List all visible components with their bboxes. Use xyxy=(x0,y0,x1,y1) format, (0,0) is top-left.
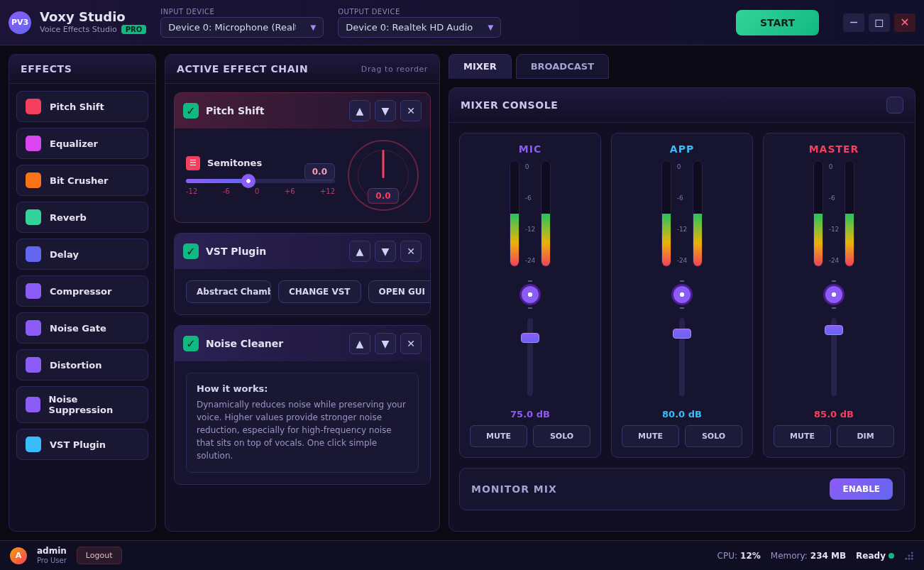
effect-card-title: Pitch Shift xyxy=(206,105,265,116)
effect-card-title: Noise Cleaner xyxy=(206,338,283,349)
effect-item[interactable]: Bit Crusher xyxy=(16,165,148,196)
mixer-header-label: MIXER CONSOLE xyxy=(461,99,558,111)
slider-thumb-icon[interactable] xyxy=(241,174,255,188)
effect-item[interactable]: Pitch Shift xyxy=(16,91,148,122)
effect-label: Noise Suppression xyxy=(49,394,139,415)
status-bar: A admin Pro User Logout CPU: 12% Memory:… xyxy=(0,540,924,570)
chain-body[interactable]: ✓ Pitch Shift ▲ ▼ ✕ ☰ Semitones xyxy=(165,84,439,493)
logout-button[interactable]: Logout xyxy=(77,547,122,564)
effect-item[interactable]: Compressor xyxy=(16,275,148,307)
move-down-button[interactable]: ▼ xyxy=(375,100,396,121)
vst-plugin-name[interactable]: Abstract Chamber xyxy=(186,280,271,303)
cpu-label: CPU: xyxy=(717,551,737,561)
svg-point-0 xyxy=(911,552,913,554)
pro-badge: PRO xyxy=(121,25,147,34)
output-device-value: Device 0: Realtek HD Audio 2nd output xyxy=(346,22,473,33)
tab-mixer[interactable]: MIXER xyxy=(449,54,512,79)
effect-item[interactable]: Reverb xyxy=(16,202,148,233)
effect-label: VST Plugin xyxy=(50,439,106,450)
user-name: admin xyxy=(37,547,67,556)
start-button[interactable]: START xyxy=(736,10,819,35)
pan-knob[interactable] xyxy=(823,284,845,305)
app-logo: PV3 xyxy=(9,11,31,34)
effect-card-noise-cleaner: ✓ Noise Cleaner ▲ ▼ ✕ How it works: Dyna… xyxy=(174,325,431,485)
solo-button[interactable]: SOLO xyxy=(685,425,742,447)
db-mark: -12 xyxy=(677,226,688,233)
effect-enable-toggle[interactable]: ✓ xyxy=(183,103,199,119)
gain-value: 75.0 dB xyxy=(510,409,550,420)
effect-label: Distortion xyxy=(50,360,101,371)
mute-button[interactable]: MUTE xyxy=(622,425,679,447)
gain-slider[interactable] xyxy=(831,318,837,396)
collapse-mixer-button[interactable] xyxy=(886,97,903,114)
effect-label: Reverb xyxy=(50,212,87,223)
chain-reorder-hint: Drag to reorder xyxy=(361,65,428,74)
slider-tick: +12 xyxy=(320,187,335,195)
pan-knob[interactable] xyxy=(671,284,693,305)
maximize-button[interactable]: ◻ xyxy=(869,13,890,32)
move-down-button[interactable]: ▼ xyxy=(375,241,396,262)
monitor-enable-button[interactable]: ENABLE xyxy=(830,478,893,500)
gain-thumb-icon[interactable] xyxy=(825,325,843,335)
open-gui-button[interactable]: OPEN GUI xyxy=(368,280,431,303)
remove-effect-button[interactable]: ✕ xyxy=(400,100,422,121)
workspace: EFFECTS Pitch Shift Equalizer Bit Crushe… xyxy=(0,45,924,540)
move-down-button[interactable]: ▼ xyxy=(375,333,396,354)
memory-value: 234 MB xyxy=(810,551,846,561)
semitone-label: Semitones xyxy=(207,158,262,168)
effect-item[interactable]: VST Plugin xyxy=(16,429,148,460)
pitch-dial[interactable]: 0.0 xyxy=(348,140,419,211)
dial-needle-icon xyxy=(383,150,385,178)
monitor-title: MONITOR MIX xyxy=(471,483,557,495)
output-device-select[interactable]: Device 0: Realtek HD Audio 2nd output ▼ xyxy=(338,17,501,38)
chain-header-label: ACTIVE EFFECT CHAIN xyxy=(177,63,308,75)
semitone-slider[interactable]: 0.0 xyxy=(186,179,335,183)
effect-enable-toggle[interactable]: ✓ xyxy=(183,243,199,259)
gain-slider[interactable] xyxy=(527,318,533,396)
mute-button[interactable]: MUTE xyxy=(470,425,527,447)
level-meter-right xyxy=(693,160,703,267)
effect-item[interactable]: Delay xyxy=(16,239,148,270)
input-device-select[interactable]: Device 0: Microphone (Realtek(R) Audio) … xyxy=(160,17,324,38)
ready-indicator-icon xyxy=(889,553,894,559)
mute-button[interactable]: MUTE xyxy=(774,425,831,447)
channel-title: APP xyxy=(670,143,694,155)
effect-item[interactable]: Distortion xyxy=(16,349,148,380)
move-up-button[interactable]: ▲ xyxy=(349,100,370,121)
effect-card-title: VST Plugin xyxy=(206,246,266,257)
effect-item[interactable]: Noise Suppression xyxy=(16,386,148,423)
pan-knob[interactable] xyxy=(519,284,541,305)
effect-enable-toggle[interactable]: ✓ xyxy=(183,336,199,351)
move-up-button[interactable]: ▲ xyxy=(349,333,370,354)
resize-grip-icon[interactable] xyxy=(904,551,914,561)
mixer-header: MIXER CONSOLE xyxy=(449,88,915,123)
solo-button[interactable]: SOLO xyxy=(533,425,590,447)
level-meter-left xyxy=(813,160,823,267)
right-tabs: MIXER BROADCAST xyxy=(449,54,915,79)
effect-color-swatch xyxy=(26,437,41,452)
remove-effect-button[interactable]: ✕ xyxy=(400,241,422,262)
remove-effect-button[interactable]: ✕ xyxy=(400,333,422,354)
effect-card-pitch-shift: ✓ Pitch Shift ▲ ▼ ✕ ☰ Semitones xyxy=(174,92,431,223)
gain-thumb-icon[interactable] xyxy=(521,333,539,343)
db-mark: -24 xyxy=(677,257,688,264)
chain-header: ACTIVE EFFECT CHAIN Drag to reorder xyxy=(165,55,439,84)
effect-item[interactable]: Noise Gate xyxy=(16,312,148,344)
cpu-value: 12% xyxy=(740,551,761,561)
change-vst-button[interactable]: CHANGE VST xyxy=(278,280,361,303)
window-controls: ─ ◻ ✕ xyxy=(843,13,915,32)
mixer-channel: APP 0-6-12-24 80.0 dB MUTE SOLO xyxy=(611,133,753,458)
effect-color-swatch xyxy=(26,172,41,188)
gain-slider[interactable] xyxy=(679,318,685,396)
effect-item[interactable]: Equalizer xyxy=(16,128,148,159)
effect-color-swatch xyxy=(26,209,41,225)
solo-button[interactable]: DIM xyxy=(837,425,894,447)
move-up-button[interactable]: ▲ xyxy=(349,241,370,262)
noise-info-box: How it works: Dynamically reduces noise … xyxy=(186,373,419,473)
level-meter-left xyxy=(661,160,671,267)
close-button[interactable]: ✕ xyxy=(894,13,915,32)
minimize-button[interactable]: ─ xyxy=(843,13,864,32)
level-meter-right xyxy=(845,160,854,267)
gain-thumb-icon[interactable] xyxy=(673,329,691,339)
tab-broadcast[interactable]: BROADCAST xyxy=(516,54,609,79)
